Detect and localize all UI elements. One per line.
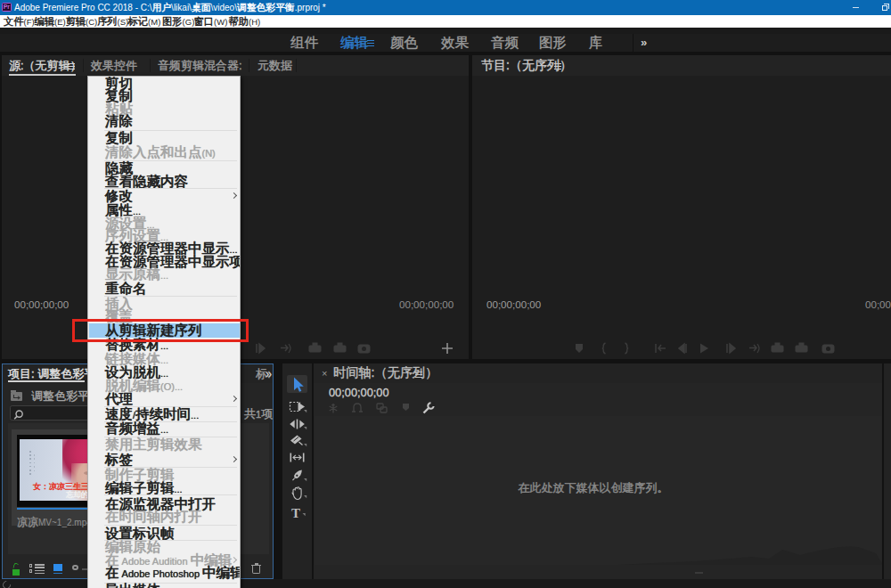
svg-text:T: T: [291, 506, 300, 520]
